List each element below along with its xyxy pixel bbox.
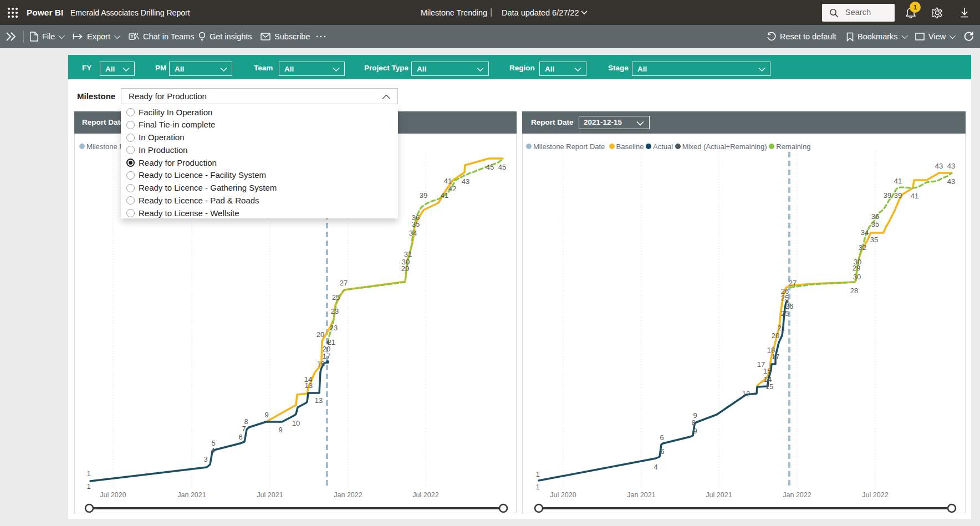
svg-text:9: 9: [278, 426, 282, 434]
svg-text:20: 20: [317, 330, 324, 339]
svg-text:43: 43: [947, 162, 955, 170]
svg-text:41: 41: [441, 191, 448, 200]
svg-text:31: 31: [404, 250, 412, 258]
svg-text:14: 14: [764, 375, 772, 384]
svg-text:Jul 2020: Jul 2020: [550, 491, 576, 499]
svg-text:17: 17: [323, 352, 330, 360]
svg-text:7: 7: [242, 425, 246, 433]
svg-text:21: 21: [778, 324, 785, 332]
svg-text:32: 32: [859, 243, 866, 252]
svg-text:36: 36: [871, 212, 879, 221]
svg-text:Jul 2022: Jul 2022: [862, 491, 888, 499]
svg-text:34: 34: [409, 229, 417, 237]
svg-text:16: 16: [317, 360, 325, 368]
svg-text:Jul 2020: Jul 2020: [100, 491, 126, 499]
svg-text:41: 41: [911, 192, 918, 200]
svg-text:39: 39: [884, 191, 891, 200]
svg-text:12: 12: [742, 390, 750, 398]
svg-text:1: 1: [535, 483, 539, 491]
svg-text:20: 20: [772, 331, 779, 340]
svg-text:35: 35: [870, 236, 878, 244]
svg-text:10: 10: [292, 419, 300, 427]
svg-text:8: 8: [244, 417, 248, 426]
svg-text:43: 43: [935, 162, 943, 170]
svg-text:25: 25: [781, 294, 789, 302]
svg-text:30: 30: [853, 273, 861, 281]
svg-text:Jan 2022: Jan 2022: [783, 491, 811, 499]
svg-text:45: 45: [498, 163, 506, 171]
svg-text:43: 43: [462, 177, 469, 186]
svg-text:23: 23: [330, 324, 338, 332]
svg-text:15: 15: [765, 382, 773, 391]
svg-text:41: 41: [894, 177, 902, 185]
svg-text:1: 1: [535, 470, 539, 478]
svg-text:Jul 2022: Jul 2022: [412, 491, 438, 499]
svg-text:4: 4: [211, 446, 215, 454]
svg-text:6: 6: [660, 433, 663, 442]
svg-text:6: 6: [238, 433, 242, 441]
svg-text:27: 27: [340, 279, 348, 287]
svg-text:25: 25: [781, 309, 789, 318]
svg-text:17: 17: [772, 353, 779, 361]
svg-text:42: 42: [448, 185, 456, 193]
svg-text:30: 30: [402, 258, 410, 266]
svg-text:35: 35: [871, 220, 879, 228]
svg-text:25: 25: [332, 293, 340, 302]
svg-text:Jan 2021: Jan 2021: [177, 491, 206, 499]
svg-text:9: 9: [693, 427, 697, 435]
svg-text:5: 5: [211, 439, 215, 447]
svg-text:15: 15: [763, 367, 771, 375]
svg-text:Jan 2022: Jan 2022: [334, 491, 362, 499]
svg-text:6: 6: [660, 447, 664, 456]
svg-text:4: 4: [654, 463, 657, 471]
svg-text:9: 9: [264, 411, 268, 419]
svg-text:39: 39: [894, 191, 902, 200]
svg-text:1: 1: [86, 469, 90, 478]
svg-text:21: 21: [328, 338, 335, 346]
svg-text:3: 3: [203, 455, 207, 463]
svg-text:Jul 2021: Jul 2021: [706, 491, 732, 499]
svg-text:1: 1: [86, 482, 90, 491]
svg-text:39: 39: [420, 191, 427, 200]
svg-text:13: 13: [305, 381, 313, 390]
svg-text:27: 27: [789, 279, 797, 287]
svg-text:30: 30: [854, 258, 861, 266]
svg-text:43: 43: [947, 177, 955, 186]
svg-text:13: 13: [315, 396, 323, 405]
svg-text:23: 23: [331, 307, 339, 315]
svg-text:36: 36: [412, 213, 420, 222]
svg-text:Jul 2021: Jul 2021: [257, 491, 283, 499]
svg-text:34: 34: [861, 228, 869, 237]
svg-text:41: 41: [444, 177, 452, 185]
svg-text:Jan 2021: Jan 2021: [627, 491, 655, 499]
svg-text:45: 45: [486, 163, 494, 171]
svg-text:8: 8: [691, 418, 695, 427]
svg-text:28: 28: [850, 287, 858, 295]
